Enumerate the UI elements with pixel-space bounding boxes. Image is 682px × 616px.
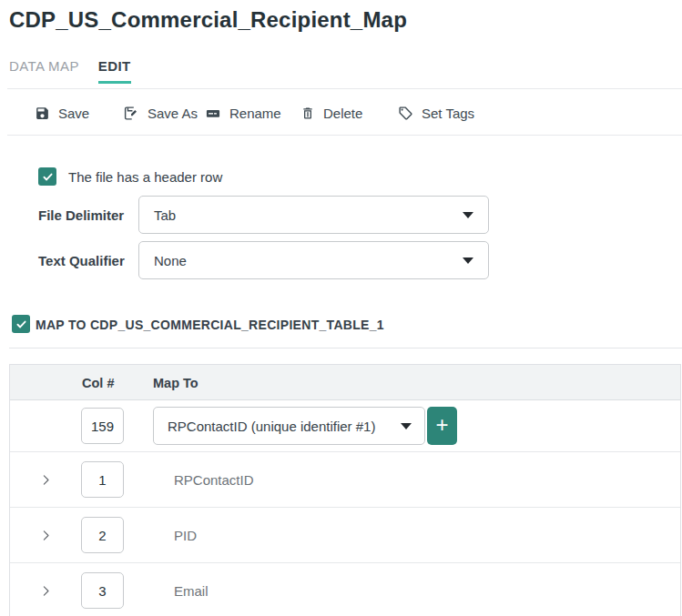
map-to-field-select[interactable]: RPContactID (unique identifier #1): [153, 407, 425, 445]
chevron-right-icon[interactable]: [36, 470, 55, 489]
chevron-down-icon: [401, 423, 412, 429]
file-delimiter-select[interactable]: Tab: [138, 196, 489, 234]
save-as-button-label: Save As: [148, 106, 198, 121]
rename-button-label: Rename: [229, 106, 281, 121]
map-to-header: Map To: [153, 365, 198, 400]
page-title: CDP_US_Commercial_Recipient_Map: [9, 7, 407, 33]
map-col-number-input[interactable]: [81, 408, 124, 444]
rename-button[interactable]: Rename: [205, 100, 281, 126]
col-number-input[interactable]: [81, 461, 124, 498]
chevron-right-icon[interactable]: [36, 581, 55, 600]
map-to-table-checkbox[interactable]: [12, 315, 30, 333]
rename-icon: [205, 106, 221, 121]
tag-icon: [398, 106, 413, 121]
map-to-field-value: RPContactID (unique identifier #1): [168, 419, 375, 434]
checkmark-icon: [15, 318, 27, 330]
field-name-label: RPContactID: [174, 472, 254, 488]
save-icon: [35, 106, 50, 121]
text-qualifier-label: Text Qualifier: [38, 253, 125, 268]
save-as-button[interactable]: Save As: [123, 100, 198, 126]
chevron-right-icon[interactable]: [36, 526, 55, 544]
toolbar-divider: [7, 135, 682, 136]
save-as-icon: [123, 106, 139, 121]
field-name-label: Email: [174, 583, 209, 599]
col-number-input[interactable]: [81, 572, 124, 609]
set-tags-button-label: Set Tags: [422, 106, 474, 121]
table-row: Email: [10, 563, 680, 616]
save-button[interactable]: Save: [35, 100, 89, 126]
field-name-label: PID: [174, 528, 197, 543]
col-number-input[interactable]: [81, 517, 124, 553]
tab-bar: DATA MAP EDIT: [9, 58, 131, 84]
save-button-label: Save: [58, 106, 89, 121]
text-qualifier-select[interactable]: None: [138, 241, 489, 279]
header-row-checkbox[interactable]: [38, 167, 56, 186]
map-to-table-label: MAP TO CDP_US_COMMERCIAL_RECIPIENT_TABLE…: [36, 318, 384, 332]
table-row: PID: [10, 508, 680, 563]
tab-data-map[interactable]: DATA MAP: [9, 58, 79, 84]
add-mapping-button[interactable]: +: [427, 407, 457, 445]
mapping-table: Col # Map To RPContactID (unique identif…: [9, 364, 681, 616]
col-number-header: Col #: [82, 365, 114, 400]
tab-edit[interactable]: EDIT: [98, 58, 131, 84]
text-qualifier-value: None: [154, 253, 187, 268]
checkmark-icon: [42, 171, 54, 183]
table-header: Col # Map To: [10, 365, 680, 400]
chevron-down-icon: [463, 258, 473, 264]
delete-button-label: Delete: [323, 106, 362, 121]
toolbar: Save Save As Rename Delete Set Tags: [0, 100, 682, 126]
set-tags-button[interactable]: Set Tags: [398, 100, 474, 126]
file-delimiter-value: Tab: [154, 207, 176, 223]
unique-identifier-map-row: RPContactID (unique identifier #1) +: [10, 400, 680, 452]
delete-button[interactable]: Delete: [300, 100, 362, 126]
chevron-down-icon: [463, 212, 473, 218]
page: CDP_US_Commercial_Recipient_Map DATA MAP…: [0, 0, 682, 616]
section-divider: [9, 348, 682, 348]
tabs-divider: [7, 88, 682, 89]
table-row: RPContactID: [10, 452, 680, 508]
header-row-checkbox-label: The file has a header row: [68, 169, 222, 185]
trash-icon: [300, 106, 315, 121]
file-delimiter-label: File Delimiter: [38, 207, 124, 223]
